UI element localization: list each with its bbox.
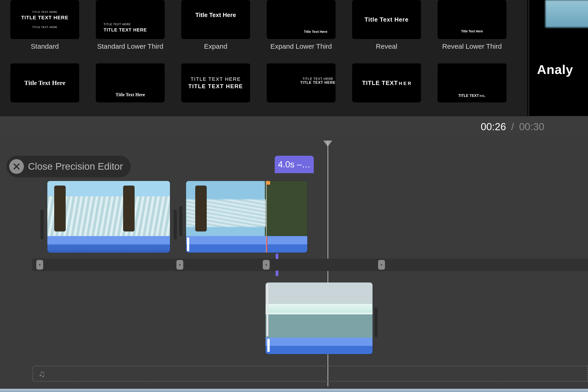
title-preset-focus-lower-third[interactable]: Title Text Here (95, 64, 166, 116)
title-caption: Expand (204, 42, 228, 59)
title-thumb: TITLE TEXT H E R (352, 64, 421, 102)
edit-point-handle[interactable] (378, 260, 385, 270)
precision-audio-marker[interactable] (266, 236, 267, 252)
title-preset-line[interactable]: TITLE TEXT HERE TITLE TEXT HERE (180, 64, 251, 116)
title-thumb: TITLE TEXT H E.. (438, 64, 506, 102)
precision-connector-icon (276, 270, 278, 276)
title-preset-reveal[interactable]: Title Text Here Reveal (351, 0, 422, 59)
edit-point-handle[interactable] (36, 260, 43, 270)
preview-overlay-text: Analy (537, 62, 573, 77)
clip-audio-waveform (186, 236, 307, 252)
clip-trim-handle-right[interactable] (174, 210, 177, 240)
title-caption: Reveal Lower Third (442, 42, 502, 59)
precision-connector-icon (276, 254, 278, 259)
timecode-current: 00:26 (481, 121, 506, 132)
timecode-readout: 00:26 / 00:30 (481, 121, 544, 132)
close-precision-editor-button[interactable]: Close Precision Editor (6, 156, 131, 177)
clip-trim-handle-left[interactable] (40, 210, 44, 240)
title-thumb: Title Text Here (352, 0, 421, 39)
timecode-bar: 00:26 / 00:30 (0, 116, 588, 137)
clip-video-filmstrip (186, 181, 307, 236)
timeline-clip-b[interactable] (186, 181, 307, 252)
close-icon (9, 159, 24, 174)
clip-audio-waveform (266, 338, 372, 354)
precision-edit-marker-icon[interactable] (266, 181, 270, 185)
title-preset-expand[interactable]: Title Text Here Expand (180, 0, 251, 59)
title-thumb: TITLE TEXT HERE TITLE TEXT HERE (181, 64, 250, 102)
edit-point-handle[interactable] (176, 260, 183, 270)
clip-trim-handle-right[interactable] (374, 307, 378, 337)
title-thumb: TITLE TEXT HERE TITLE TEXT HERE (96, 0, 165, 39)
title-thumb: Title Text Here (181, 0, 250, 39)
title-caption: Expand Lower Third (270, 42, 332, 59)
title-clip[interactable]: 4.0s –… (275, 156, 314, 173)
title-thumb: TITLE TEXT HERE TITLE TEXT HERE (267, 64, 336, 102)
preview-video-frame (545, 0, 588, 28)
timecode-total: 00:30 (519, 121, 544, 132)
close-precision-editor-label: Close Precision Editor (28, 161, 123, 172)
timeline-clip-c[interactable] (266, 282, 372, 354)
title-thumb: Title Text Here (267, 0, 336, 39)
music-note-icon: ♫ (38, 368, 45, 379)
title-preset-expand-lower-third[interactable]: Title Text Here Expand Lower Third (266, 0, 337, 59)
title-caption: Reveal (376, 42, 397, 59)
precision-transition-lane[interactable] (32, 258, 588, 271)
horizontal-scrollbar[interactable] (0, 389, 588, 392)
title-caption: Standard Lower Third (97, 42, 163, 59)
clip-trim-handle-left[interactable] (179, 206, 182, 236)
timecode-separator: / (511, 121, 514, 132)
title-caption: Standard (31, 42, 59, 59)
title-preset-standard-lower-third[interactable]: TITLE TEXT HERE TITLE TEXT HERE Standard… (95, 0, 166, 59)
title-thumb: Title Text Here (10, 64, 79, 102)
clip-audio-in-handle[interactable] (267, 339, 270, 352)
title-preset-focus[interactable]: Title Text Here (9, 64, 80, 116)
title-thumb: TITLE TEXT HERE TITLE TEXT HERE TITLE TE… (10, 0, 79, 39)
title-clip-duration: 4.0s –… (278, 160, 310, 170)
music-track-well[interactable]: ♫ (32, 366, 588, 382)
title-preset-line-lower-third[interactable]: TITLE TEXT HERE TITLE TEXT HERE (266, 64, 337, 116)
title-preset-standard[interactable]: TITLE TEXT HERE TITLE TEXT HERE TITLE TE… (9, 0, 80, 59)
title-preset-pop[interactable]: TITLE TEXT H E R (351, 64, 422, 116)
titles-browser: TITLE TEXT HERE TITLE TEXT HERE TITLE TE… (0, 0, 528, 116)
title-preset-reveal-lower-third[interactable]: Title Text Here Reveal Lower Third (436, 0, 508, 59)
clip-video-filmstrip (266, 282, 372, 338)
timeline[interactable]: Close Precision Editor 4.0s –… (0, 137, 588, 389)
title-preset-pop-lower-third[interactable]: TITLE TEXT H E.. (436, 64, 508, 116)
title-thumb: Title Text Here (438, 0, 506, 39)
edit-point-handle[interactable] (263, 260, 270, 270)
title-thumb: Title Text Here (96, 64, 165, 102)
preview-panel: Analy (529, 0, 588, 116)
clip-in-handle[interactable] (266, 284, 268, 336)
clip-in-handle[interactable] (187, 238, 189, 251)
